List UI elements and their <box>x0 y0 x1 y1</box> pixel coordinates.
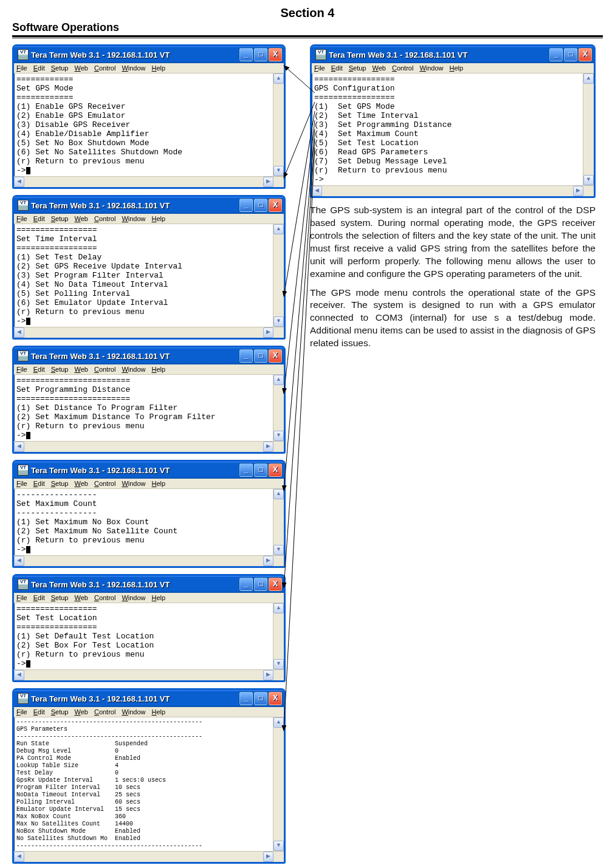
scroll-up-icon[interactable]: ▲ <box>273 73 284 84</box>
menu-help[interactable]: Help <box>152 366 166 373</box>
vertical-scrollbar[interactable]: ▲▼ <box>273 375 284 441</box>
menu-setup[interactable]: Setup <box>51 366 69 373</box>
terminal-content[interactable]: ----------------- Set Maximum Count ----… <box>14 489 273 555</box>
horizontal-scrollbar[interactable]: ◀▶ <box>312 185 594 196</box>
terminal-content[interactable]: ----------------------------------------… <box>14 717 273 851</box>
horizontal-scrollbar[interactable]: ◀▶ <box>14 851 284 862</box>
minimize-button[interactable]: _ <box>239 199 253 212</box>
menu-window[interactable]: Window <box>122 708 145 716</box>
scroll-down-icon[interactable]: ▼ <box>273 659 284 669</box>
menu-window[interactable]: Window <box>122 594 145 601</box>
menu-control[interactable]: Control <box>94 64 115 72</box>
scroll-right-icon[interactable]: ▶ <box>573 186 583 196</box>
scroll-left-icon[interactable]: ◀ <box>14 852 24 862</box>
menu-web[interactable]: Web <box>74 366 88 373</box>
maximize-button[interactable]: □ <box>254 692 267 705</box>
scroll-up-icon[interactable]: ▲ <box>273 224 284 234</box>
vertical-scrollbar[interactable]: ▲▼ <box>273 717 284 851</box>
terminal-content[interactable]: ============ Set GPS Mode ============ (… <box>14 73 273 176</box>
scroll-down-icon[interactable]: ▼ <box>273 166 284 176</box>
menu-setup[interactable]: Setup <box>51 215 69 222</box>
scroll-down-icon[interactable]: ▼ <box>273 431 284 441</box>
horizontal-scrollbar[interactable]: ◀▶ <box>14 327 284 338</box>
menu-file[interactable]: File <box>314 64 325 72</box>
vertical-scrollbar[interactable]: ▲▼ <box>273 73 284 176</box>
vertical-scrollbar[interactable]: ▲▼ <box>273 489 284 555</box>
menu-help[interactable]: Help <box>152 64 166 72</box>
menu-web[interactable]: Web <box>74 594 88 601</box>
minimize-button[interactable]: _ <box>239 349 253 363</box>
menu-control[interactable]: Control <box>392 64 413 72</box>
scroll-up-icon[interactable]: ▲ <box>273 717 284 728</box>
horizontal-scrollbar[interactable]: ◀▶ <box>14 555 284 566</box>
close-button[interactable]: X <box>269 463 282 477</box>
close-button[interactable]: X <box>269 692 282 705</box>
vertical-scrollbar[interactable]: ▲▼ <box>583 73 594 185</box>
menu-web[interactable]: Web <box>74 215 88 222</box>
menu-help[interactable]: Help <box>152 215 166 222</box>
titlebar[interactable]: VT Tera Term Web 3.1 - 192.168.1.101 VT … <box>14 46 284 63</box>
scroll-up-icon[interactable]: ▲ <box>273 375 284 385</box>
close-button[interactable]: X <box>579 48 592 61</box>
scroll-left-icon[interactable]: ◀ <box>14 442 24 452</box>
scroll-right-icon[interactable]: ▶ <box>263 852 273 862</box>
titlebar[interactable]: VT Tera Term Web 3.1 - 192.168.1.101 VT … <box>312 46 594 63</box>
scroll-right-icon[interactable]: ▶ <box>263 670 273 680</box>
menu-setup[interactable]: Setup <box>51 64 69 72</box>
maximize-button[interactable]: □ <box>254 48 267 61</box>
menu-setup[interactable]: Setup <box>51 594 69 601</box>
menu-file[interactable]: File <box>16 594 27 601</box>
menu-window[interactable]: Window <box>122 480 145 487</box>
menu-setup[interactable]: Setup <box>51 708 69 716</box>
menu-help[interactable]: Help <box>152 480 166 487</box>
menu-file[interactable]: File <box>16 366 27 373</box>
scroll-up-icon[interactable]: ▲ <box>273 603 284 613</box>
menu-control[interactable]: Control <box>94 366 115 373</box>
minimize-button[interactable]: _ <box>239 463 253 477</box>
terminal-content[interactable]: ================= Set Test Location ====… <box>14 603 273 669</box>
titlebar[interactable]: VT Tera Term Web 3.1 - 192.168.1.101 VT … <box>14 576 284 593</box>
menu-file[interactable]: File <box>16 64 27 72</box>
menu-help[interactable]: Help <box>152 708 166 716</box>
horizontal-scrollbar[interactable]: ◀▶ <box>14 441 284 452</box>
scroll-down-icon[interactable]: ▼ <box>273 841 284 851</box>
menu-control[interactable]: Control <box>94 708 115 716</box>
scroll-left-icon[interactable]: ◀ <box>14 177 24 187</box>
menu-window[interactable]: Window <box>419 64 443 72</box>
terminal-content[interactable]: ======================== Set Programming… <box>14 375 273 441</box>
close-button[interactable]: X <box>269 199 282 212</box>
menu-file[interactable]: File <box>16 480 27 487</box>
scroll-left-icon[interactable]: ◀ <box>312 186 322 196</box>
titlebar[interactable]: VT Tera Term Web 3.1 - 192.168.1.101 VT … <box>14 462 284 479</box>
menu-window[interactable]: Window <box>122 366 145 373</box>
menu-control[interactable]: Control <box>94 480 115 487</box>
scroll-down-icon[interactable]: ▼ <box>273 316 284 327</box>
minimize-button[interactable]: _ <box>239 578 253 591</box>
scroll-down-icon[interactable]: ▼ <box>583 175 594 185</box>
terminal-content[interactable]: ================= GPS Configuration ====… <box>312 73 583 185</box>
menu-web[interactable]: Web <box>74 480 88 487</box>
scroll-right-icon[interactable]: ▶ <box>263 556 273 566</box>
menu-edit[interactable]: Edit <box>33 480 45 487</box>
scroll-right-icon[interactable]: ▶ <box>263 327 273 338</box>
menu-web[interactable]: Web <box>74 708 88 716</box>
vertical-scrollbar[interactable]: ▲▼ <box>273 224 284 327</box>
menu-file[interactable]: File <box>16 215 27 222</box>
maximize-button[interactable]: □ <box>254 578 267 591</box>
close-button[interactable]: X <box>269 48 282 61</box>
terminal-content[interactable]: ================= Set Time Interval ====… <box>14 224 273 327</box>
maximize-button[interactable]: □ <box>254 349 267 363</box>
scroll-left-icon[interactable]: ◀ <box>14 670 24 680</box>
menu-control[interactable]: Control <box>94 594 115 601</box>
scroll-down-icon[interactable]: ▼ <box>273 545 284 555</box>
titlebar[interactable]: VT Tera Term Web 3.1 - 192.168.1.101 VT … <box>14 690 284 707</box>
maximize-button[interactable]: □ <box>564 48 577 61</box>
menu-window[interactable]: Window <box>122 64 145 72</box>
menu-setup[interactable]: Setup <box>349 64 366 72</box>
menu-help[interactable]: Help <box>450 64 464 72</box>
scroll-left-icon[interactable]: ◀ <box>14 556 24 566</box>
maximize-button[interactable]: □ <box>254 463 267 477</box>
minimize-button[interactable]: _ <box>239 48 253 61</box>
menu-window[interactable]: Window <box>122 215 145 222</box>
scroll-left-icon[interactable]: ◀ <box>14 327 24 338</box>
